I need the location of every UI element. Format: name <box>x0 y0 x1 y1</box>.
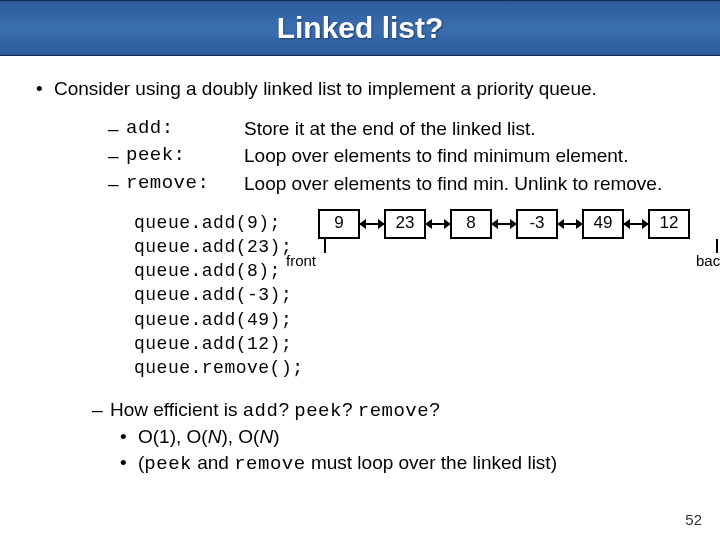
code-line: queue.add(-3); <box>134 283 710 307</box>
slide: Linked list? Consider using a doubly lin… <box>0 0 720 540</box>
list-node: 9 <box>318 209 360 239</box>
qmark: ? <box>278 399 294 420</box>
op-row: – peek: Loop over elements to find minim… <box>108 143 710 169</box>
code-and-diagram: 9 23 8 -3 49 12 front back queue.add(9);… <box>36 211 710 381</box>
linked-list-diagram: 9 23 8 -3 49 12 <box>318 209 690 239</box>
note-term: peek <box>144 453 192 475</box>
list-node: -3 <box>516 209 558 239</box>
double-arrow-icon <box>492 223 516 225</box>
operations-list: – add: Store it at the end of the linked… <box>36 116 710 197</box>
q-prefix: How efficient is <box>110 399 243 420</box>
slide-title: Linked list? <box>277 11 444 45</box>
list-node: 23 <box>384 209 426 239</box>
code-line: queue.add(8); <box>134 259 710 283</box>
note-mid: and <box>192 452 234 473</box>
op-name: peek: <box>126 143 244 169</box>
op-name: remove: <box>126 171 244 197</box>
list-node: 12 <box>648 209 690 239</box>
note-line: (peek and remove must loop over the link… <box>92 450 710 478</box>
ans-part: O(1), O( <box>138 426 208 447</box>
front-label: front <box>286 251 316 271</box>
ans-n: N <box>259 426 273 447</box>
intro-bullet: Consider using a doubly linked list to i… <box>36 76 710 102</box>
ans-n: N <box>208 426 222 447</box>
qmark: ? <box>342 399 358 420</box>
code-line: queue.add(49); <box>134 308 710 332</box>
question-block: How efficient is add? peek? remove? O(1)… <box>36 397 710 478</box>
op-desc: Store it at the end of the linked list. <box>244 116 710 142</box>
q-term: add <box>243 400 279 422</box>
code-line: queue.remove(); <box>134 356 710 380</box>
double-arrow-icon <box>360 223 384 225</box>
list-node: 49 <box>582 209 624 239</box>
code-line: queue.add(12); <box>134 332 710 356</box>
ans-part: ), O( <box>221 426 259 447</box>
dash: – <box>108 116 126 142</box>
q-term: remove <box>358 400 429 422</box>
q-term: peek <box>294 400 342 422</box>
double-arrow-icon <box>558 223 582 225</box>
list-node: 8 <box>450 209 492 239</box>
ans-part: ) <box>273 426 279 447</box>
double-arrow-icon <box>624 223 648 225</box>
question-line: How efficient is add? peek? remove? <box>92 397 710 425</box>
op-row: – remove: Loop over elements to find min… <box>108 171 710 197</box>
qmark: ? <box>429 399 440 420</box>
dash: – <box>108 171 126 197</box>
intro-text: Consider using a doubly linked list to i… <box>54 78 597 99</box>
note-term: remove <box>234 453 305 475</box>
double-arrow-icon <box>426 223 450 225</box>
pointer-line <box>324 239 326 253</box>
page-number: 52 <box>685 511 702 528</box>
op-desc: Loop over elements to find minimum eleme… <box>244 143 710 169</box>
answer-line: O(1), O(N), O(N) <box>92 424 710 450</box>
dash: – <box>108 143 126 169</box>
op-name: add: <box>126 116 244 142</box>
op-row: – add: Store it at the end of the linked… <box>108 116 710 142</box>
title-bar: Linked list? <box>0 0 720 56</box>
content-area: Consider using a doubly linked list to i… <box>0 56 720 478</box>
note-rest: must loop over the linked list) <box>306 452 557 473</box>
back-label: back <box>696 251 720 271</box>
op-desc: Loop over elements to find min. Unlink t… <box>244 171 710 197</box>
